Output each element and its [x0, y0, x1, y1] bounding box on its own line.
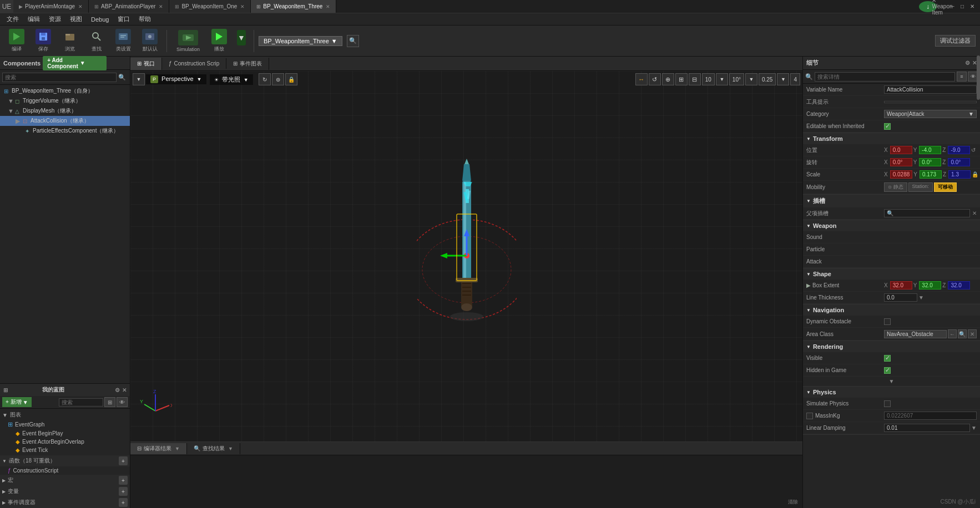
rotate-btn[interactable]: ↺ — [649, 73, 661, 85]
tab-close-2[interactable]: ✕ — [240, 4, 245, 9]
mybp-eye-btn[interactable]: 👁 — [117, 397, 128, 407]
box-extent-toggle[interactable]: ▶ — [806, 282, 811, 288]
tab-compiler-results[interactable]: ⊟ 编译器结果 ▼ — [130, 443, 187, 454]
line-thickness-dropdown[interactable]: ▼ — [918, 294, 924, 301]
close-btn[interactable]: ✕ — [968, 2, 977, 11]
viewport-settings-btn[interactable]: ▼ — [133, 73, 145, 85]
compile-button[interactable]: 编译 — [4, 28, 29, 54]
world-local-btn[interactable]: ⊞ — [675, 73, 688, 85]
rendering-expand[interactable]: ▼ — [803, 377, 980, 386]
box-y-input[interactable]: 32.0 — [919, 281, 941, 289]
mybp-search-input[interactable] — [59, 398, 103, 407]
rot-x-input[interactable]: 0.0° — [890, 158, 912, 166]
fov-value[interactable]: 4 — [790, 73, 800, 85]
linear-damping-input[interactable]: 0.01 — [884, 424, 970, 432]
mobility-static-btn[interactable]: ⊙ 静态 — [884, 182, 907, 192]
mybp-settings-icon[interactable]: ⚙ — [115, 387, 120, 393]
simulate-physics-checkbox[interactable] — [884, 400, 891, 407]
tab-construction-script[interactable]: ƒ Construction Scrip — [162, 58, 226, 69]
bp-name-dropdown[interactable]: BP_WeaponItem_Three ▼ — [259, 36, 342, 46]
mobility-stationary-btn[interactable]: Station: — [908, 182, 933, 192]
tree-item-attack-collision[interactable]: ▶ ⊡ AttackCollision（继承） — [0, 116, 130, 126]
editable-checkbox[interactable]: ✓ — [884, 123, 891, 130]
weapon-header[interactable]: ▼ Weapon — [803, 220, 980, 231]
clear-output-button[interactable]: 清除 — [788, 499, 798, 506]
rot-z-input[interactable]: 0.0° — [948, 158, 970, 166]
find-button[interactable]: 查找 — [84, 28, 109, 54]
mass-checkbox[interactable] — [806, 413, 813, 419]
line-thickness-input[interactable]: 0.0 — [884, 293, 917, 302]
save-button[interactable]: 保存 — [31, 28, 55, 54]
visible-checkbox[interactable]: ✓ — [884, 355, 891, 362]
fov-btn[interactable]: ▼ — [777, 73, 789, 85]
tab-abp[interactable]: ⊞ ABP_AnimationPlayer ✕ — [89, 0, 169, 13]
minimize-btn[interactable]: ─ — [948, 2, 957, 11]
linear-damping-dropdown[interactable]: ▼ — [971, 425, 977, 431]
menu-edit[interactable]: 编辑 — [23, 14, 44, 24]
box-x-input[interactable]: 32.0 — [890, 281, 912, 289]
rotation-dropdown[interactable]: ▼ — [745, 73, 757, 85]
lock-btn[interactable]: 🔒 — [285, 73, 297, 85]
details-close-icon[interactable]: ✕ — [972, 60, 977, 66]
rotation-snap[interactable]: 10° — [729, 73, 744, 85]
nav-arrow-btn[interactable]: ← — [948, 329, 957, 338]
box-z-input[interactable]: 32.0 — [948, 281, 970, 289]
tab-close-0[interactable]: ✕ — [78, 4, 83, 9]
variable-name-input[interactable]: AttackCollision — [884, 85, 977, 94]
pos-y-input[interactable]: -4.0 — [919, 146, 941, 154]
scale-z-input[interactable]: 1.3 — [948, 170, 971, 179]
mobility-movable-btn[interactable]: 可移动 — [934, 182, 957, 192]
tab-weapon-one[interactable]: ⊞ BP_WeaponItem_One ✕ — [169, 0, 251, 13]
surface-snap-btn[interactable]: ⊟ — [689, 73, 701, 85]
socket-header[interactable]: ▼ 插槽 — [803, 195, 980, 207]
play-dropdown[interactable]: ▼ — [234, 29, 249, 53]
scale-snap[interactable]: 0.25 — [759, 73, 776, 85]
add-dispatcher-btn[interactable]: + — [119, 498, 128, 507]
components-search-input[interactable] — [2, 73, 117, 82]
maximize-btn[interactable]: □ — [958, 2, 967, 11]
event-actor-begin-overlap[interactable]: ◆ Event ActorBeginOverlap — [0, 438, 130, 446]
menu-file[interactable]: 文件 — [2, 14, 23, 24]
add-variable-btn[interactable]: + — [119, 487, 128, 496]
shape-header[interactable]: ▼ Shape — [803, 268, 980, 280]
rot-y-input[interactable]: 0.0° — [919, 158, 941, 166]
scale-btn[interactable]: ⊕ — [662, 73, 674, 85]
area-class-dropdown[interactable]: NavArea_Obstacle — [884, 330, 947, 338]
rotate-view-btn[interactable]: ↻ — [259, 73, 271, 85]
menu-view[interactable]: 视图 — [65, 14, 87, 24]
details-scrollbar[interactable] — [977, 57, 980, 100]
grid-size[interactable]: 10 — [702, 73, 715, 85]
scale-x-input[interactable]: 0.0288 — [890, 170, 913, 179]
pos-z-input[interactable]: -9.0 — [948, 146, 970, 154]
perspective-btn[interactable]: P Perspective ▼ — [146, 74, 206, 84]
tree-item-root[interactable]: ⊞ BP_WeaponItem_Three（自身） — [0, 86, 130, 96]
tree-item-display-mesh[interactable]: ▼ △ DisplayMesh（继承） — [0, 106, 130, 116]
translate-btn[interactable]: ↔ — [635, 73, 648, 85]
category-dropdown[interactable]: Weapon|Attack ▼ — [884, 110, 977, 118]
tab-event-graph[interactable]: ⊞ 事件图表 — [226, 58, 269, 70]
class-defaults-button[interactable]: 默认认 — [138, 28, 162, 54]
physics-header[interactable]: ▼ Physics — [803, 387, 980, 398]
list-view-btn[interactable]: ≡ — [957, 72, 967, 82]
tab-close-3[interactable]: ✕ — [326, 4, 330, 9]
scale-y-input[interactable]: 0.173 — [920, 170, 942, 179]
menu-assets[interactable]: 资源 — [44, 14, 65, 24]
play-button[interactable]: 播放 — [207, 28, 231, 54]
tab-weapon-three[interactable]: ⊞ BP_WeaponItem_Three ✕ — [251, 0, 336, 13]
debug-filter-dropdown[interactable]: 调试过滤器 — [935, 35, 976, 47]
hidden-in-game-checkbox[interactable]: ✓ — [884, 367, 891, 374]
mybp-close-icon[interactable]: ✕ — [122, 387, 127, 393]
macros-section-header[interactable]: ▶ 宏 + — [0, 475, 130, 486]
nav-search-btn[interactable]: 🔍 — [958, 329, 967, 338]
add-component-button[interactable]: + Add Component ▼ — [43, 56, 107, 70]
details-settings-icon[interactable]: ⚙ — [965, 60, 970, 66]
plus-icon[interactable]: + — [119, 456, 128, 465]
tooltip-input[interactable] — [884, 101, 977, 103]
event-begin-play[interactable]: ◆ Event BeginPlay — [0, 429, 130, 438]
event-tick[interactable]: ◆ Event Tick — [0, 446, 130, 454]
transform-section-header[interactable]: ▼ Transform — [803, 133, 980, 144]
search-bp-btn[interactable]: 🔍 — [347, 35, 359, 47]
lighting-btn[interactable]: ☀ 带光照 ▼ — [210, 74, 253, 85]
class-settings-button[interactable]: 类设置 — [111, 28, 135, 54]
tab-close-1[interactable]: ✕ — [159, 4, 163, 9]
